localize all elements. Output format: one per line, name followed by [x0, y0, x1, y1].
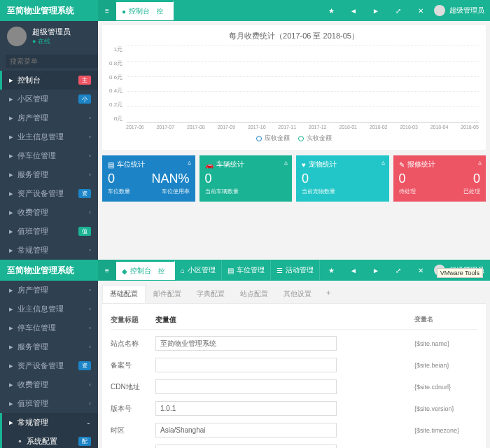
stat-foot-1: 当前车辆数量 — [205, 188, 239, 195]
sidebar-bottom: ▸房产管理‹▸业主信息管理‹▸停车位管理‹▸服务管理‹▸资产设备管理资▸收费管理… — [0, 281, 98, 448]
menu-label: 值班管理 — [18, 398, 48, 409]
col-name: 变量标题 — [111, 315, 155, 325]
user-name: 超级管理员 — [32, 27, 71, 37]
form-tab-add[interactable]: + — [319, 285, 337, 303]
menu-icon: ▸ — [9, 208, 13, 217]
field-input[interactable] — [155, 444, 337, 448]
field-input[interactable] — [155, 336, 337, 351]
field-input[interactable] — [155, 423, 337, 438]
stat-card[interactable]: ▵✎报修统计00待处理已处理 — [393, 155, 486, 202]
sidebar-item[interactable]: ▸控制台主 — [0, 71, 98, 90]
form-tab[interactable]: 邮件配置 — [146, 285, 189, 303]
tool-expand[interactable]: ⤢ — [389, 0, 407, 21]
tool-close[interactable]: ✕ — [412, 0, 430, 21]
menu-toggle[interactable]: ≡ — [98, 0, 116, 21]
field-input[interactable] — [155, 401, 337, 416]
header-tab[interactable]: ☰活动管理 — [271, 260, 320, 280]
sidebar-item[interactable]: ▸小区管理小 — [0, 90, 98, 108]
menu-icon: ∘ — [18, 437, 22, 446]
menu-icon: ▸ — [9, 94, 13, 104]
stat-icon: ▤ — [108, 161, 114, 169]
sidebar-item[interactable]: ▸收费管理‹ — [0, 203, 98, 222]
menu-label: 资产设备管理 — [18, 188, 64, 199]
stat-icon: 🚗 — [205, 161, 214, 169]
stat-card[interactable]: ▵🚗车辆统计0当前车辆数量 — [200, 155, 293, 202]
menu-icon: ▸ — [9, 76, 13, 85]
sidebar-item[interactable]: ▸常规管理⌄ — [0, 413, 98, 432]
field-var: {$site.version} — [414, 405, 477, 412]
sidebar-item[interactable]: ▸业主信息管理‹ — [0, 300, 98, 318]
sidebar-item[interactable]: ▸收费管理‹ — [0, 375, 98, 394]
sidebar-item[interactable]: ▸值班管理‹ — [0, 394, 98, 413]
form-header-row: 变量标题 变量值 变量名 — [111, 311, 477, 330]
field-var: {$site.cdnurl} — [414, 384, 477, 391]
stat-corner-icon: ▵ — [478, 158, 482, 166]
tool-prev[interactable]: ◄ — [344, 0, 363, 21]
tab-label: 车位管理 — [237, 265, 265, 275]
tool-next[interactable]: ► — [367, 0, 385, 21]
sidebar-item[interactable]: ▸值班管理值 — [0, 222, 98, 241]
tool-next[interactable]: ► — [367, 260, 385, 281]
menu-label: 停车位管理 — [18, 150, 56, 161]
menu-icon: ▸ — [9, 304, 13, 314]
tool-prev[interactable]: ◄ — [344, 260, 363, 281]
stat-card[interactable]: ▵♥宠物统计0当前宠物数量 — [296, 155, 389, 202]
menu-icon: ▸ — [9, 399, 13, 408]
sidebar-item[interactable]: ▸资产设备管理资 — [0, 184, 98, 203]
search-input[interactable] — [6, 55, 103, 68]
stat-title: 宠物统计 — [309, 160, 337, 169]
form-tab[interactable]: 其他设置 — [276, 285, 319, 303]
stat-icon: ♥ — [302, 161, 306, 169]
home-icon: ● — [122, 8, 126, 15]
stat-value-2: NAN% — [151, 172, 189, 185]
tool-refresh[interactable]: ★ — [322, 0, 340, 21]
field-input[interactable] — [155, 379, 337, 394]
menu-toggle[interactable]: ≡ — [98, 260, 116, 281]
menu-label: 控制台 — [18, 75, 41, 85]
header-tab-console[interactable]: ● 控制台 控 — [116, 1, 174, 20]
sidebar-item[interactable]: ▸服务管理‹ — [0, 165, 98, 184]
header-tab[interactable]: ◆控制台控 — [116, 260, 175, 280]
menu-badge: 资 — [78, 361, 91, 370]
sidebar-item[interactable]: ▸服务管理‹ — [0, 337, 98, 356]
chart-title: 每月收费统计（2017-06 至 2018-05） — [109, 31, 479, 41]
stat-card[interactable]: ▵▤车位统计0NAN%车位数量车位使用率 — [102, 155, 195, 202]
content-bottom: 基础配置邮件配置字典配置站点配置其他设置+ 变量标题 变量值 变量名 站点名称{… — [98, 281, 490, 448]
tool-close[interactable]: ✕ — [412, 260, 430, 281]
sidebar-item[interactable]: ∘系统配置配 — [0, 432, 98, 448]
menu-badge: 主 — [78, 76, 91, 85]
menu-icon: ▸ — [9, 189, 13, 198]
sidebar-item[interactable]: ▸房产管理‹ — [0, 108, 98, 127]
legend-label: 实收金额 — [307, 134, 332, 143]
field-input[interactable] — [155, 358, 337, 372]
user-status: ● 在线 — [32, 37, 71, 46]
header-tab-label: 控制台 — [129, 6, 150, 16]
menu-label: 小区管理 — [18, 94, 48, 104]
sidebar-item[interactable]: ▸停车位管理‹ — [0, 146, 98, 165]
menu-badge: 值 — [78, 227, 91, 236]
legend-dot-icon — [298, 136, 304, 141]
form-tab[interactable]: 字典配置 — [189, 285, 232, 303]
menu-label: 收费管理 — [18, 207, 48, 218]
sidebar-item[interactable]: ▸停车位管理‹ — [0, 318, 98, 337]
form-row: 版本号{$site.version} — [111, 398, 477, 419]
form-tab[interactable]: 基础配置 — [102, 285, 146, 303]
stat-corner-icon: ▵ — [188, 158, 191, 166]
chart-legend: 应收金额实收金额 — [109, 130, 479, 144]
sidebar-item[interactable]: ▸资产设备管理资 — [0, 356, 98, 375]
field-label: 版本号 — [111, 404, 155, 414]
avatar[interactable] — [434, 5, 445, 16]
tool-expand[interactable]: ⤢ — [389, 260, 407, 281]
form-tab[interactable]: 站点配置 — [232, 285, 276, 303]
sidebar-item[interactable]: ▸业主信息管理‹ — [0, 127, 98, 146]
menu-icon: ▸ — [9, 170, 13, 179]
header-tab[interactable]: ▤车位管理 — [222, 260, 271, 280]
header-tab[interactable]: ⌂小区管理 — [175, 260, 222, 280]
field-var: {$site.name} — [414, 340, 477, 347]
stat-icon: ✎ — [399, 161, 405, 169]
sidebar-item[interactable]: ▸房产管理‹ — [0, 281, 98, 300]
admin-label[interactable]: 超级管理员 — [449, 6, 484, 15]
tool-refresh[interactable]: ★ — [322, 260, 340, 281]
stat-title: 车位统计 — [117, 160, 145, 169]
sidebar-item[interactable]: ▸常规管理‹ — [0, 241, 98, 260]
